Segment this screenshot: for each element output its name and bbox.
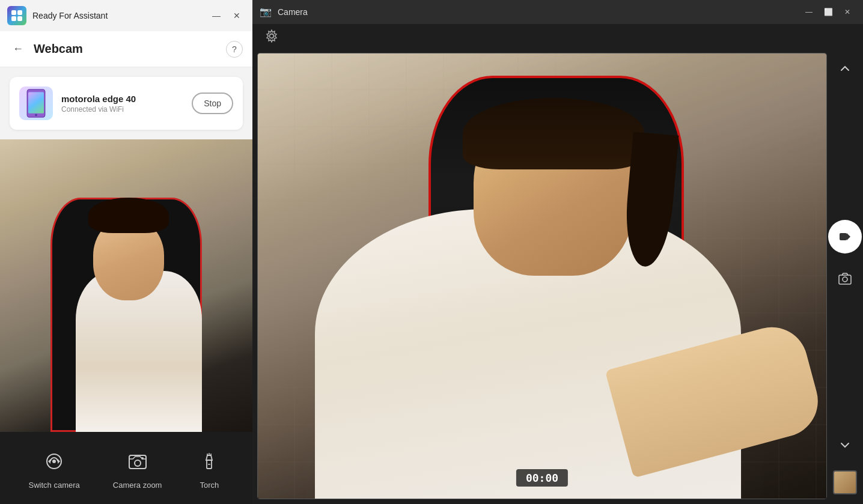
switch-camera-button[interactable]: Switch camera	[29, 447, 80, 490]
device-info: motorola edge 40 Connected via WiFi	[61, 94, 183, 114]
camera-app-icon: 📷	[260, 6, 272, 18]
chevron-down-button[interactable]	[829, 430, 861, 461]
svg-marker-18	[847, 233, 850, 240]
camera-live-feed: 00:00	[258, 53, 826, 499]
thumbnail-wrapper	[833, 470, 857, 494]
title-bar-left: Ready For Assistant	[7, 6, 108, 25]
svg-marker-6	[48, 459, 50, 464]
settings-button[interactable]	[262, 26, 281, 46]
webcam-title: Webcam	[34, 42, 83, 56]
camera-zoom-icon	[123, 447, 152, 476]
svg-point-10	[141, 457, 144, 460]
device-status: Connected via WiFi	[61, 105, 183, 114]
svg-point-16	[270, 34, 274, 38]
device-card: motorola edge 40 Connected via WiFi Stop	[10, 77, 243, 130]
camera-zoom-button[interactable]: Camera zoom	[113, 447, 162, 490]
close-button[interactable]: ✕	[228, 7, 245, 24]
phone-icon	[19, 87, 53, 120]
svg-marker-5	[58, 459, 60, 464]
camera-close-button[interactable]: ✕	[839, 4, 856, 20]
record-button[interactable]	[828, 220, 862, 254]
person-hair-large	[463, 98, 645, 169]
photo-button[interactable]	[829, 263, 861, 294]
help-button[interactable]: ?	[226, 41, 243, 58]
svg-point-9	[135, 460, 141, 466]
svg-point-2	[35, 114, 37, 117]
torch-label: Torch	[200, 481, 219, 490]
svg-rect-3	[28, 93, 44, 114]
camera-title-bar: 📷 Camera — ⬜ ✕	[252, 0, 863, 24]
camera-window-controls: — ⬜ ✕	[800, 4, 856, 20]
camera-preview	[0, 139, 252, 432]
camera-feed-preview	[0, 139, 252, 432]
webcam-header-left: ← Webcam	[10, 41, 83, 58]
photo-thumbnail[interactable]	[833, 470, 857, 494]
switch-camera-icon	[40, 447, 69, 476]
right-panel: 📷 Camera — ⬜ ✕	[252, 0, 863, 504]
left-panel: Ready For Assistant — ✕ ← Webcam ?	[0, 0, 252, 504]
device-name: motorola edge 40	[61, 94, 183, 104]
stop-button[interactable]: Stop	[192, 93, 233, 114]
person-hair	[88, 198, 169, 232]
torch-button[interactable]: Torch	[195, 447, 224, 490]
camera-viewport-wrapper: 00:00	[257, 53, 827, 499]
camera-viewport: 00:00	[257, 53, 827, 499]
camera-maximize-button[interactable]: ⬜	[820, 4, 837, 20]
app-title: Ready For Assistant	[32, 11, 108, 20]
minimize-button[interactable]: —	[208, 7, 225, 24]
svg-point-20	[843, 277, 847, 282]
svg-rect-17	[840, 233, 847, 240]
camera-main: 00:00	[252, 48, 863, 504]
camera-app-title: Camera	[278, 7, 308, 17]
timer-display: 00:00	[516, 469, 568, 487]
back-button[interactable]: ←	[10, 41, 26, 58]
switch-camera-label: Switch camera	[29, 481, 80, 490]
svg-point-7	[52, 460, 56, 463]
camera-settings-bar	[252, 24, 863, 48]
webcam-header: ← Webcam ?	[0, 31, 252, 67]
title-bar-controls: — ✕	[208, 7, 245, 24]
bottom-controls: Switch camera Camera zoom	[0, 432, 252, 504]
camera-zoom-label: Camera zoom	[113, 481, 162, 490]
chevron-up-button[interactable]	[829, 53, 861, 84]
camera-minimize-button[interactable]: —	[800, 4, 817, 20]
app-icon	[7, 6, 26, 25]
camera-sidebar	[827, 48, 863, 504]
camera-title-left: 📷 Camera	[260, 6, 308, 18]
title-bar: Ready For Assistant — ✕	[0, 0, 252, 31]
torch-icon	[195, 447, 224, 476]
